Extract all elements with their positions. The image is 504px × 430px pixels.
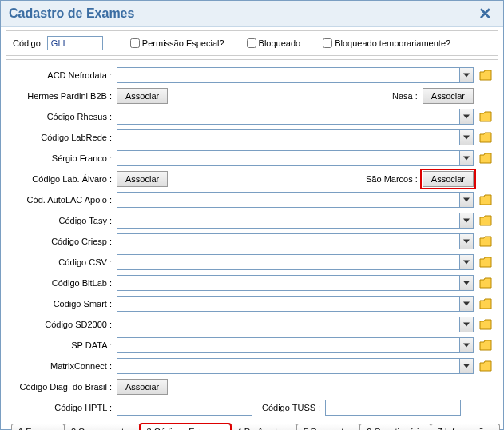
codigo-smart-input[interactable] bbox=[117, 296, 459, 312]
close-icon[interactable]: ✕ bbox=[475, 4, 495, 23]
check-permissao-especial[interactable]: Permissão Especial? bbox=[130, 38, 224, 48]
codigo-bitlab-label: Código BitLab : bbox=[11, 278, 113, 288]
chevron-down-icon[interactable] bbox=[459, 233, 474, 249]
codigo-csv-input[interactable] bbox=[117, 254, 459, 270]
matrixconnect-label: MatrixConnect : bbox=[11, 361, 113, 371]
cod-autolac-label: Cód. AutoLAC Apoio : bbox=[11, 195, 113, 205]
sp-data-input[interactable] bbox=[117, 337, 459, 353]
codigo-rhesus-combo[interactable] bbox=[117, 109, 474, 125]
codigo-labrede-combo[interactable] bbox=[117, 129, 474, 145]
chevron-down-icon[interactable] bbox=[459, 296, 474, 312]
check-permissao-especial-box[interactable] bbox=[130, 38, 140, 48]
codigo-smart-combo[interactable] bbox=[117, 296, 474, 312]
codigo-criesp-combo[interactable] bbox=[117, 233, 474, 249]
acd-nefrodata-combo[interactable] bbox=[117, 67, 474, 83]
sao-marcos-associar-button[interactable]: Associar bbox=[423, 171, 474, 187]
folder-icon[interactable] bbox=[478, 277, 493, 289]
codigo-rhesus-label: Código Rhesus : bbox=[11, 112, 113, 121]
chevron-down-icon[interactable] bbox=[459, 150, 474, 166]
codigo-lab-alvaro-label: Código Lab. Álvaro : bbox=[11, 174, 113, 184]
nasa-label: Nasa : bbox=[392, 91, 418, 101]
lab-alvaro-associar-button[interactable]: Associar bbox=[117, 171, 168, 187]
matrixconnect-input[interactable] bbox=[117, 358, 459, 374]
chevron-down-icon[interactable] bbox=[459, 358, 474, 374]
codigo-diag-brasil-label: Código Diag. do Brasil : bbox=[11, 382, 113, 392]
codigo-tasy-input[interactable] bbox=[117, 213, 459, 229]
tab-bar: 1 Exames 2 Componentes 3 Códigos Externo… bbox=[11, 423, 493, 430]
tab-exames[interactable]: 1 Exames bbox=[11, 424, 65, 430]
codigo-sd2000-label: Código SD2000 : bbox=[11, 320, 113, 329]
tab-reagentes[interactable]: 5 Reagentes bbox=[296, 424, 360, 430]
header-panel: Código Permissão Especial? Bloqueado Blo… bbox=[6, 30, 498, 56]
folder-icon[interactable] bbox=[478, 193, 493, 206]
tab-parametros[interactable]: 4 Parâmetros bbox=[230, 424, 297, 430]
page-title: Cadastro de Exames bbox=[9, 6, 134, 21]
codigo-labrede-label: Código LabRede : bbox=[11, 133, 113, 142]
folder-icon[interactable] bbox=[478, 297, 493, 310]
folder-icon[interactable] bbox=[478, 214, 493, 227]
folder-icon[interactable] bbox=[478, 69, 493, 82]
cod-autolac-input[interactable] bbox=[117, 192, 459, 208]
folder-icon[interactable] bbox=[478, 360, 493, 372]
tab-informacoes[interactable]: 7 Informações bbox=[431, 424, 501, 430]
codigo-tasy-label: Código Tasy : bbox=[11, 216, 113, 225]
folder-icon[interactable] bbox=[478, 131, 493, 144]
codigo-smart-label: Código Smart : bbox=[11, 299, 113, 309]
codigo-csv-combo[interactable] bbox=[117, 254, 474, 270]
codigo-sd2000-input[interactable] bbox=[117, 317, 459, 332]
codigo-tasy-combo[interactable] bbox=[117, 213, 474, 229]
folder-icon[interactable] bbox=[478, 339, 493, 352]
tab-questionario[interactable]: 6 Questionário bbox=[359, 424, 431, 430]
chevron-down-icon[interactable] bbox=[459, 254, 474, 270]
chevron-down-icon[interactable] bbox=[459, 192, 474, 208]
hermes-associar-button[interactable]: Associar bbox=[117, 88, 168, 104]
codigo-tuss-label: Código TUSS : bbox=[262, 403, 320, 412]
sergio-franco-input[interactable] bbox=[117, 150, 459, 166]
codigo-labrede-input[interactable] bbox=[117, 129, 459, 145]
chevron-down-icon[interactable] bbox=[459, 109, 474, 125]
codigo-criesp-input[interactable] bbox=[117, 233, 459, 249]
folder-icon[interactable] bbox=[478, 110, 493, 123]
hermes-b2b-label: Hermes Pardini B2B : bbox=[11, 91, 113, 101]
check-bloqueado-temp-box[interactable] bbox=[323, 38, 332, 48]
check-bloqueado[interactable]: Bloqueado bbox=[247, 38, 301, 48]
codigo-hptl-input[interactable] bbox=[117, 400, 252, 416]
folder-icon[interactable] bbox=[478, 235, 493, 248]
codigo-input[interactable] bbox=[47, 36, 103, 50]
folder-icon[interactable] bbox=[478, 152, 493, 165]
tab-componentes[interactable]: 2 Componentes bbox=[64, 424, 141, 430]
codigo-bitlab-input[interactable] bbox=[117, 275, 459, 291]
codigo-label: Código bbox=[13, 38, 41, 48]
check-bloqueado-temp[interactable]: Bloqueado temporariamente? bbox=[323, 38, 450, 48]
codigo-csv-label: Código CSV : bbox=[11, 257, 113, 267]
codigo-criesp-label: Código Criesp : bbox=[11, 237, 113, 246]
chevron-down-icon[interactable] bbox=[459, 317, 474, 332]
sergio-franco-label: Sérgio Franco : bbox=[11, 153, 113, 163]
chevron-down-icon[interactable] bbox=[459, 213, 474, 229]
codigo-rhesus-input[interactable] bbox=[117, 109, 459, 125]
diag-brasil-associar-button[interactable]: Associar bbox=[117, 379, 168, 395]
codigo-bitlab-combo[interactable] bbox=[117, 275, 474, 291]
sp-data-combo[interactable] bbox=[117, 337, 474, 353]
acd-nefrodata-input[interactable] bbox=[117, 67, 459, 83]
codigo-tuss-input[interactable] bbox=[325, 400, 461, 416]
check-bloqueado-box[interactable] bbox=[247, 38, 256, 48]
codigo-sd2000-combo[interactable] bbox=[117, 317, 474, 332]
sao-marcos-label: São Marcos : bbox=[366, 174, 418, 184]
cod-autolac-combo[interactable] bbox=[117, 192, 474, 208]
nasa-associar-button[interactable]: Associar bbox=[423, 88, 474, 104]
matrixconnect-combo[interactable] bbox=[117, 358, 474, 374]
sp-data-label: SP DATA : bbox=[11, 340, 113, 350]
chevron-down-icon[interactable] bbox=[459, 129, 474, 145]
chevron-down-icon[interactable] bbox=[459, 67, 474, 83]
chevron-down-icon[interactable] bbox=[459, 337, 474, 353]
codigo-hptl-label: Código HPTL : bbox=[11, 403, 113, 412]
sergio-franco-combo[interactable] bbox=[117, 150, 474, 166]
tab-codigos-externos[interactable]: 3 Códigos Externos bbox=[140, 424, 231, 430]
chevron-down-icon[interactable] bbox=[459, 275, 474, 291]
acd-nefrodata-label: ACD Nefrodata : bbox=[11, 70, 113, 80]
folder-icon[interactable] bbox=[478, 318, 493, 331]
folder-icon[interactable] bbox=[478, 256, 493, 269]
